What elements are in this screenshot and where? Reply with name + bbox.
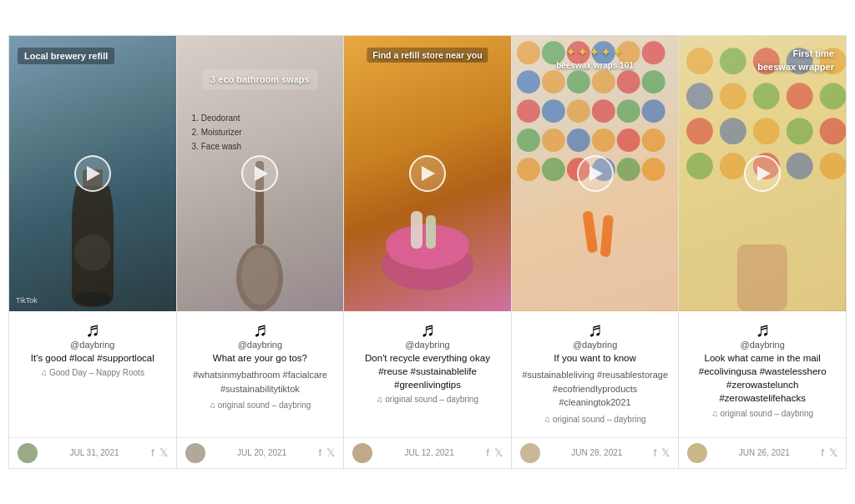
svg-point-51 xyxy=(787,83,813,109)
username-4: @daybring xyxy=(573,340,617,350)
svg-rect-8 xyxy=(426,215,436,249)
card-4: ✦✦✦✦✦ beeswax wraps 101 ♬ @daybring If y… xyxy=(512,36,680,468)
facebook-icon-4[interactable]: f xyxy=(654,446,657,459)
svg-point-57 xyxy=(820,118,846,144)
svg-point-32 xyxy=(617,129,640,152)
svg-point-33 xyxy=(641,129,665,152)
facebook-icon-3[interactable]: f xyxy=(486,446,489,459)
svg-point-25 xyxy=(592,99,615,123)
video-thumb-1[interactable]: Local brewery refill TikTok xyxy=(9,36,176,311)
music-2: ♫ original sound – daybring xyxy=(209,401,311,410)
svg-point-20 xyxy=(617,70,640,93)
card-footer-4: JUN 28, 2021 f 𝕏 xyxy=(512,437,679,468)
svg-point-59 xyxy=(720,153,746,179)
overlay-subtext-4: beeswax wraps 101 xyxy=(556,61,634,70)
video-thumb-5[interactable]: First timebeeswax wrapper xyxy=(679,36,846,311)
svg-point-19 xyxy=(592,70,615,93)
svg-point-29 xyxy=(542,129,565,152)
card-info-2: ♬ @daybring What are your go tos? #whats… xyxy=(177,311,344,437)
svg-point-18 xyxy=(567,70,590,93)
card-5: First timebeeswax wrapper ♬ @daybring Lo… xyxy=(679,36,846,468)
card-info-4: ♬ @daybring If you want to know #sustain… xyxy=(512,311,679,437)
username-5: @daybring xyxy=(740,340,784,350)
play-button-3[interactable] xyxy=(409,155,446,192)
card-info-3: ♬ @daybring Don't recycle everything oka… xyxy=(344,311,511,437)
svg-point-22 xyxy=(517,99,540,123)
overlay-title-2: 3 eco bathroom swaps xyxy=(202,69,318,89)
caption-1: It's good #local #supportlocal xyxy=(31,351,154,365)
twitter-icon-5[interactable]: 𝕏 xyxy=(829,446,837,459)
svg-point-24 xyxy=(567,99,590,123)
overlay-text-3: Find a refill store near you xyxy=(367,48,488,63)
username-2: @daybring xyxy=(238,340,282,350)
card-2: 3 eco bathroom swaps 1. Deodorant 2. Moi… xyxy=(177,36,345,468)
avatar-3 xyxy=(352,443,372,463)
twitter-icon-1[interactable]: 𝕏 xyxy=(159,446,168,459)
play-button-1[interactable] xyxy=(74,155,111,192)
svg-point-28 xyxy=(517,129,540,152)
username-3: @daybring xyxy=(405,340,449,350)
svg-point-39 xyxy=(641,158,665,181)
date-1: JUL 31, 2021 xyxy=(38,448,151,457)
svg-point-30 xyxy=(567,129,590,152)
play-button-4[interactable] xyxy=(577,155,614,192)
card-info-1: ♬ @daybring It's good #local #supportloc… xyxy=(9,311,176,437)
svg-point-17 xyxy=(542,70,565,93)
svg-point-56 xyxy=(787,118,813,144)
tiktok-logo-5: ♬ xyxy=(755,320,770,340)
svg-point-55 xyxy=(753,118,780,144)
twitter-icon-3[interactable]: 𝕏 xyxy=(494,446,503,459)
social-icons-4: f 𝕏 xyxy=(654,446,670,459)
svg-point-26 xyxy=(617,99,640,123)
avatar-2 xyxy=(185,443,205,463)
facebook-icon-5[interactable]: f xyxy=(821,446,824,459)
music-1: ♫ Good Day – Nappy Roots xyxy=(41,368,144,377)
cards-container: Local brewery refill TikTok ♬ @daybring … xyxy=(8,35,847,469)
card-info-5: ♬ @daybring Look what came in the mail #… xyxy=(679,311,846,437)
svg-point-23 xyxy=(542,99,565,123)
music-5: ♫ original sound – daybring xyxy=(711,409,813,418)
svg-point-35 xyxy=(542,158,565,181)
card-footer-5: JUN 26, 2021 f 𝕏 xyxy=(679,437,846,468)
social-icons-1: f 𝕏 xyxy=(151,446,168,459)
music-4: ♫ original sound – daybring xyxy=(544,415,646,424)
svg-point-52 xyxy=(820,83,846,109)
play-button-5[interactable] xyxy=(744,155,781,192)
svg-point-16 xyxy=(517,70,540,93)
overlay-text-5: First timebeeswax wrapper xyxy=(757,48,834,73)
caption-2: What are your go tos? xyxy=(213,351,307,365)
twitter-icon-2[interactable]: 𝕏 xyxy=(326,446,335,459)
svg-point-1 xyxy=(74,292,111,305)
avatar-5 xyxy=(687,443,707,463)
twitter-icon-4[interactable]: 𝕏 xyxy=(661,446,670,459)
video-thumb-2[interactable]: 3 eco bathroom swaps 1. Deodorant 2. Moi… xyxy=(177,36,344,311)
play-button-2[interactable] xyxy=(241,155,278,192)
caption-3: Don't recycle everything okay #reuse #su… xyxy=(354,351,501,391)
card-footer-3: JUL 12, 2021 f 𝕏 xyxy=(344,437,511,468)
tiktok-logo-4: ♬ xyxy=(588,320,603,340)
tiktok-logo-1: ♬ xyxy=(85,320,100,340)
overlay-text-1: Local brewery refill xyxy=(18,48,114,64)
facebook-icon-1[interactable]: f xyxy=(151,446,154,459)
tiktok-logo-2: ♬ xyxy=(252,320,267,340)
video-thumb-4[interactable]: ✦✦✦✦✦ beeswax wraps 101 xyxy=(512,36,679,311)
svg-point-44 xyxy=(720,48,746,75)
svg-point-58 xyxy=(686,153,713,179)
svg-point-49 xyxy=(720,83,746,109)
card-footer-1: JUL 31, 2021 f 𝕏 xyxy=(9,437,176,468)
svg-point-50 xyxy=(753,83,780,109)
avatar-4 xyxy=(520,443,540,463)
card-1: Local brewery refill TikTok ♬ @daybring … xyxy=(9,36,177,468)
list-overlay-2: 1. Deodorant 2. Moisturizer 3. Face wash xyxy=(192,111,242,154)
svg-point-34 xyxy=(517,158,540,181)
svg-rect-7 xyxy=(411,211,422,249)
social-icons-5: f 𝕏 xyxy=(821,446,837,459)
hashtags-2: #whatsinmybathroom #facialcare #sustaina… xyxy=(187,368,334,396)
social-icons-2: f 𝕏 xyxy=(319,446,336,459)
date-4: JUN 28, 2021 xyxy=(540,448,654,457)
caption-5: Look what came in the mail #ecolivingusa… xyxy=(689,351,836,405)
date-2: JUL 20, 2021 xyxy=(205,448,319,457)
facebook-icon-2[interactable]: f xyxy=(319,446,322,459)
svg-point-21 xyxy=(641,70,665,93)
video-thumb-3[interactable]: Find a refill store near you xyxy=(344,36,511,311)
